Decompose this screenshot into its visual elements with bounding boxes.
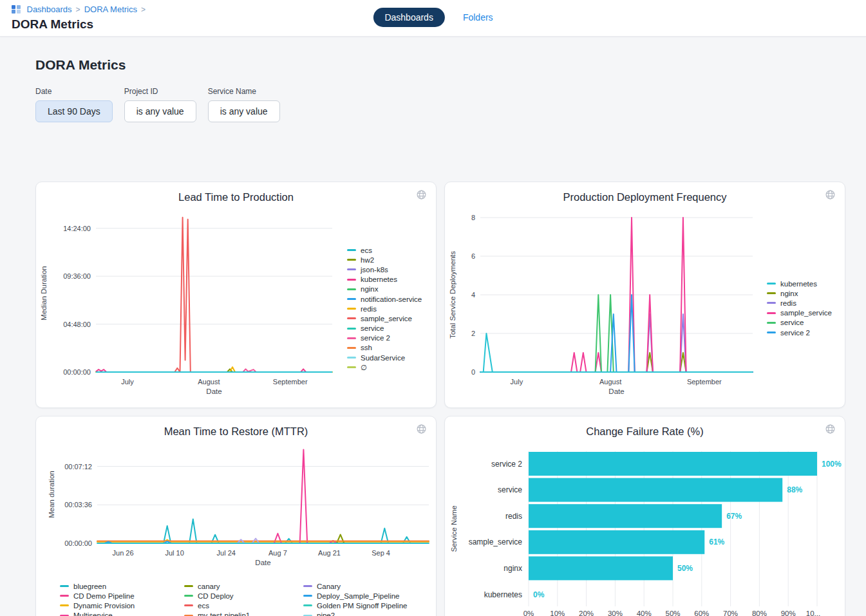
svg-text:Date: Date [255,559,270,566]
svg-text:30%: 30% [608,610,623,616]
svg-text:40%: 40% [637,610,652,616]
legend-item[interactable]: nginx [347,285,422,294]
svg-text:00:03:36: 00:03:36 [64,501,92,509]
svg-text:67%: 67% [726,512,742,521]
legend-item[interactable]: ecs [347,245,422,255]
legend-item[interactable]: Multiservice [60,611,146,616]
legend-item[interactable]: service [347,324,422,333]
legend-item[interactable]: Canary [303,581,407,591]
chart-legend: kubernetesnginxredissample_serviceservic… [767,279,832,337]
filter-service-name-value-button[interactable]: is any value [208,100,280,122]
svg-text:09:36:00: 09:36:00 [63,272,91,280]
mttr-chart: 00:00:0000:03:3600:07:12Jun 26Jul 10Jul … [36,416,436,616]
legend-item[interactable]: redis [347,304,422,313]
breadcrumb-dora-metrics[interactable]: DORA Metrics [84,5,137,14]
svg-text:Median Duration: Median Duration [40,266,48,320]
legend-label: ecs [198,602,209,610]
legend-label: redis [361,305,377,313]
legend-label: nginx [780,290,798,297]
legend-label: nginx [361,285,379,293]
deployment-frequency-chart: 02468JulyAugustSeptemberDateTotal Servic… [445,182,845,407]
globe-icon[interactable] [825,189,836,200]
filter-date: Date Last 90 Days [35,87,113,122]
legend-label: Golden PM Signoff Pipeline [317,602,407,610]
svg-text:service: service [498,485,522,494]
legend-item[interactable]: bluegreen [60,581,146,591]
legend-label: json-k8s [361,266,388,274]
legend-item[interactable]: kubernetes [767,279,832,288]
breadcrumb-separator: > [76,5,80,14]
legend-item[interactable]: CD Demo Pipeline [60,591,146,601]
svg-text:0: 0 [471,368,475,376]
legend-item[interactable]: canary [184,581,250,591]
svg-text:80%: 80% [752,610,767,616]
legend-item[interactable]: SudarService [347,353,422,362]
legend-item[interactable]: hw2 [347,255,422,265]
svg-text:July: July [511,378,523,386]
legend-label: CD Demo Pipeline [73,592,135,600]
legend-item[interactable]: ∅ [347,362,422,372]
chart-title: Mean Time to Restore (MTTR) [36,425,436,438]
svg-text:04:48:00: 04:48:00 [63,321,91,328]
legend-item[interactable]: ecs [184,601,250,610]
legend-swatch [767,292,776,294]
legend-item[interactable]: pipe2 [303,611,407,616]
legend-item[interactable]: redis [767,298,832,308]
legend-label: notification-service [361,295,422,303]
legend-label: hw2 [361,256,374,264]
legend-swatch [60,604,69,606]
svg-text:Mean duration: Mean duration [48,471,55,518]
window-page-title: DORA Metrics [12,17,93,32]
legend-item[interactable]: sample_service [347,313,422,323]
bar-service 2[interactable] [529,452,817,476]
dashboard-grid-icon [12,5,21,14]
legend-label: ssh [361,344,372,351]
legend-item[interactable]: Dynamic Provision [60,601,146,610]
legend-swatch [60,585,69,587]
legend-item[interactable]: kubernetes [347,275,422,285]
legend-swatch [767,302,776,304]
legend-item[interactable]: nginx [767,288,832,298]
legend-item[interactable]: Golden PM Signoff Pipeline [303,601,407,610]
legend-swatch [347,279,356,281]
chart-legend-column: bluegreenCD Demo PipelineDynamic Provisi… [60,581,146,616]
breadcrumb-dashboards[interactable]: Dashboards [27,5,72,14]
bar-sample_service[interactable] [529,530,704,554]
filter-project-id-value-button[interactable]: is any value [124,100,196,122]
legend-item[interactable]: service 2 [347,333,422,343]
svg-text:00:00:00: 00:00:00 [64,539,92,547]
filter-project-id-label: Project ID [124,87,196,96]
legend-label: bluegreen [73,583,106,590]
legend-swatch [347,347,356,349]
legend-item[interactable]: Deploy_Sample_Pipeline [303,591,407,601]
legend-item[interactable]: ssh [347,343,422,353]
svg-text:0%: 0% [523,610,534,616]
svg-text:4: 4 [471,291,475,299]
svg-text:July: July [121,378,134,386]
dashboard-title: DORA Metrics [35,57,126,73]
filter-date-label: Date [35,87,113,96]
svg-text:100%: 100% [822,460,842,469]
view-tabs: Dashboards Folders [373,8,493,27]
legend-swatch [767,312,776,314]
bar-redis[interactable] [529,504,722,528]
tab-dashboards[interactable]: Dashboards [373,8,445,27]
filter-date-value-button[interactable]: Last 90 Days [35,100,113,122]
legend-item[interactable]: my-test-pipelin1 [184,611,250,616]
legend-item[interactable]: json-k8s [347,265,422,274]
globe-icon[interactable] [825,424,836,434]
bar-nginx[interactable] [529,556,673,580]
svg-text:60%: 60% [694,610,709,616]
legend-item[interactable]: service 2 [767,328,832,337]
svg-text:90%: 90% [781,610,796,616]
tile-grid: Lead Time to Production 00:00:0004:48:00… [35,182,845,616]
bar-service[interactable] [529,478,782,502]
legend-item[interactable]: CD Deploy [184,591,250,601]
globe-icon[interactable] [416,424,427,434]
legend-item[interactable]: service [767,318,832,328]
tab-folders[interactable]: Folders [463,12,493,23]
svg-text:redis: redis [505,512,522,521]
legend-item[interactable]: notification-service [347,294,422,304]
legend-item[interactable]: sample_service [767,308,832,318]
globe-icon[interactable] [416,189,427,200]
